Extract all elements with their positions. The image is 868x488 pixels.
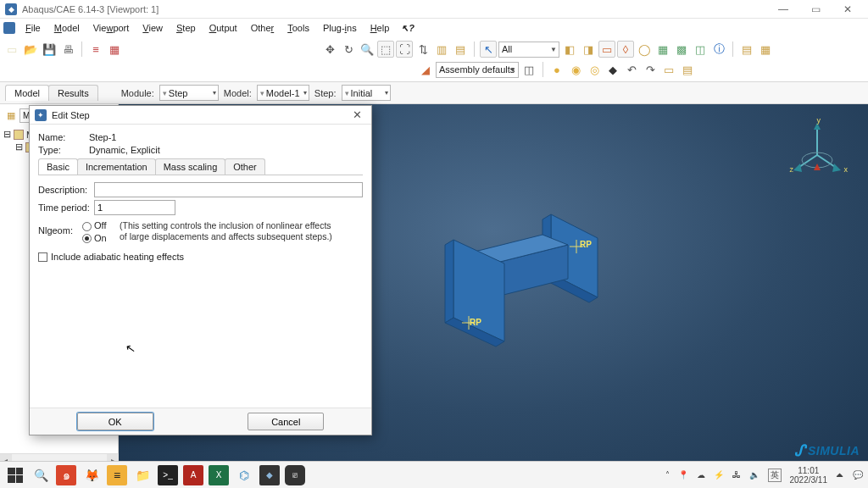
task-app1[interactable]: ๑ [56,465,76,485]
model-select[interactable]: ▾Model-1▾ [257,85,309,101]
maximize-button[interactable]: ▭ [800,1,831,18]
render4-icon[interactable]: ◆ [604,61,621,78]
tray-notify-icon[interactable]: 💬 [853,470,863,480]
render3-icon[interactable]: ◎ [586,61,603,78]
pan-icon[interactable]: ✥ [321,41,338,58]
manager1-icon[interactable]: ▦ [654,41,671,58]
database-icon[interactable]: ≡ [87,41,104,58]
tree-btn1[interactable]: ▦ [3,108,18,123]
layout1-icon[interactable]: ▤ [738,41,755,58]
app-icon: ◆ [5,3,17,15]
task-sublime[interactable]: ≡ [107,465,127,485]
query-icon[interactable]: ▭ [660,61,677,78]
tab-results[interactable]: Results [48,85,98,101]
svg-marker-5 [832,164,841,172]
info-icon[interactable]: ⓘ [710,41,727,58]
tray-clock[interactable]: 11:012022/3/11 [790,466,828,485]
tray-pin-icon[interactable]: 📍 [678,470,688,480]
tray-vol-icon[interactable]: 🔈 [749,470,760,480]
menu-help[interactable]: Help [364,20,397,36]
task-pdf[interactable]: A [183,465,203,485]
task-abaqus[interactable]: ◆ [259,465,280,485]
tab-basic[interactable]: Basic [38,158,78,175]
tab-other[interactable]: Other [225,158,265,175]
ok-button[interactable]: OK [77,413,153,430]
menu-other[interactable]: Other [244,20,281,36]
model-db-icon[interactable]: ▦ [106,41,123,58]
sel-circle-icon[interactable]: ◯ [636,41,653,58]
search-icon[interactable]: 🔍 [31,465,51,485]
render1-icon[interactable]: ● [548,61,565,78]
description-input[interactable] [94,182,363,197]
new-icon[interactable]: ▭ [3,41,20,58]
zoom-box-icon[interactable]: ⬚ [377,41,394,58]
tray-bolt-icon[interactable]: ⚡ [714,470,724,480]
annotate-icon[interactable]: ▤ [679,61,696,78]
print-icon[interactable]: 🖶 [59,41,76,58]
tray-ime-icon[interactable]: 英 [768,469,782,482]
step-select[interactable]: ▾Initial▾ [342,85,391,101]
tray-chevron-icon[interactable]: ˄ [665,470,670,480]
task-explorer[interactable]: 📁 [132,465,153,485]
undo-view-icon[interactable]: ↶ [623,61,640,78]
manager2-icon[interactable]: ▩ [673,41,690,58]
task-excel[interactable]: X [209,465,229,485]
render2-icon[interactable]: ◉ [567,61,584,78]
fit-view-icon[interactable]: ⛶ [396,41,413,58]
menu-output[interactable]: Output [203,20,244,36]
manager3-icon[interactable]: ◫ [692,41,709,58]
task-terminal[interactable]: >_ [158,465,178,485]
sel-rect-icon[interactable]: ▭ [598,41,615,58]
menu-viewport[interactable]: Viewport [86,20,136,36]
task-vscode[interactable]: ⌬ [234,465,254,485]
save-icon[interactable]: 💾 [41,41,58,58]
time-period-input[interactable] [94,200,175,215]
sel-opt1-icon[interactable]: ◧ [561,41,578,58]
window-titlebar: ◆ Abaqus/CAE 6.14-3 [Viewport: 1] — ▭ ✕ [0,0,868,19]
menu-step[interactable]: Step [170,20,203,36]
adiabatic-label: Include adiabatic heating effects [51,252,184,262]
nlgeom-off-radio[interactable]: Off [82,220,120,231]
sel-poly-icon[interactable]: ◊ [617,41,634,58]
close-button[interactable]: ✕ [832,1,863,18]
dialog-close-button[interactable]: ✕ [348,108,366,121]
iso-view-icon[interactable]: ▤ [452,41,469,58]
menu-tools[interactable]: Tools [281,20,316,36]
task-firefox[interactable]: 🦊 [81,465,102,485]
cycle-views-icon[interactable]: ⇅ [415,41,431,58]
cancel-button[interactable]: Cancel [248,413,324,430]
tab-incrementation[interactable]: Incrementation [77,158,156,175]
menu-view[interactable]: View [136,20,170,36]
module-select[interactable]: ▾Step▾ [159,85,219,101]
color-mode-icon[interactable]: ◢ [417,61,434,78]
nlgeom-on-radio[interactable]: On [82,233,120,244]
task-capture[interactable]: ⎚ [285,465,305,485]
zoom-icon[interactable]: 🔍 [359,41,376,58]
rotate-icon[interactable]: ↻ [340,41,357,58]
redo-view-icon[interactable]: ↷ [642,61,659,78]
tray-monitor-icon[interactable]: ⏶ [836,470,844,480]
perspective-icon[interactable]: ▥ [433,41,450,58]
rp-label-2: RP [470,318,481,327]
app-menu-icon [3,22,15,34]
layout2-icon[interactable]: ▦ [757,41,774,58]
time-period-label: Time period: [38,202,94,213]
menu-plugins[interactable]: Plug-ins [316,20,364,36]
sel-opt2-icon[interactable]: ◨ [580,41,597,58]
tab-model[interactable]: Model [5,85,49,101]
edit-step-dialog: ✦ Edit Step ✕ Name:Step-1 Type:Dynamic, … [29,105,372,435]
tray-cloud-icon[interactable]: ☁ [697,470,705,480]
menu-model[interactable]: Model [47,20,86,36]
select-arrow-icon[interactable]: ↖ [480,41,497,58]
open-icon[interactable]: 📂 [22,41,39,58]
whats-this-icon[interactable]: ↖? [401,23,415,34]
start-button[interactable] [5,465,25,485]
tab-mass-scaling[interactable]: Mass scaling [155,158,226,175]
color-sync-icon[interactable]: ◫ [520,61,537,78]
tray-net-icon[interactable]: 🖧 [732,470,741,480]
minimize-button[interactable]: — [768,1,798,18]
adiabatic-checkbox[interactable] [38,252,47,262]
menu-file[interactable]: File [19,20,47,36]
assembly-select[interactable]: Assembly defaults▼ [436,62,519,78]
selection-filter[interactable]: All▼ [498,42,559,58]
